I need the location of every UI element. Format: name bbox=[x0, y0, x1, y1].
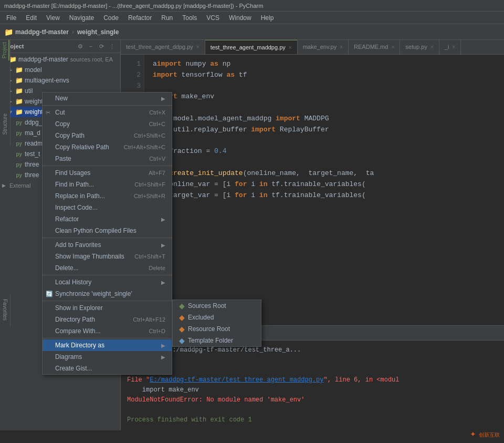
output-line-finish: Process finished with exit code 1 bbox=[127, 415, 498, 425]
tab-test-ddpg[interactable]: test_three_agent_ddpg.py × bbox=[121, 40, 205, 54]
ctx-mark-directory-arrow: ▶ bbox=[161, 343, 165, 348]
tab-close-readme[interactable]: × bbox=[391, 44, 394, 50]
menu-refactor[interactable]: Refactor bbox=[124, 13, 156, 23]
ctx-diagrams-arrow: ▶ bbox=[161, 354, 165, 360]
error-file-link[interactable]: E:/maddpg-tf-master/test_three_agent_mad… bbox=[150, 376, 323, 384]
tab-close-setup[interactable]: × bbox=[430, 44, 434, 50]
favorites-panel-tab[interactable]: Favorites bbox=[0, 294, 10, 326]
ctx-replace-in-path-label: Replace in Path... bbox=[55, 192, 105, 200]
side-project-icon[interactable]: Project bbox=[1, 40, 9, 60]
ctx-replace-in-path[interactable]: Replace in Path... Ctrl+Shift+R bbox=[43, 190, 172, 202]
sidebar-more-icon[interactable]: ⋮ bbox=[108, 42, 116, 50]
ctx-new-arrow: ▶ bbox=[161, 96, 165, 101]
ctx-find-in-path[interactable]: Find in Path... Ctrl+Shift+F bbox=[43, 179, 172, 190]
ctx-find-usages[interactable]: Find Usages Alt+F7 bbox=[43, 167, 172, 179]
sidebar-header: Project ⚙ − ⟳ ⋮ bbox=[0, 40, 120, 53]
code-editor[interactable]: 123456789 aimport numpy as np import ten… bbox=[121, 55, 504, 325]
tree-label-test-t: test_t bbox=[25, 150, 40, 158]
ctx-clean-python[interactable]: Clean Python Compiled Files bbox=[43, 225, 172, 236]
ctx-directory-path[interactable]: Directory Path Ctrl+Alt+F12 bbox=[43, 314, 172, 325]
ctx-add-favorites-arrow: ▶ bbox=[161, 242, 165, 248]
output-line-error-2: ModuleNotFoundError: No module named 'ma… bbox=[127, 395, 498, 405]
sidebar-sync-icon[interactable]: ⟳ bbox=[97, 42, 106, 50]
folder-weight-ma-icon: 📁 bbox=[15, 97, 23, 106]
submenu-resource-root[interactable]: ◆ Resource Root bbox=[173, 323, 261, 335]
tab-close-more[interactable]: × bbox=[452, 44, 455, 50]
watermark-icon: ✦ bbox=[470, 430, 476, 438]
ctx-local-history[interactable]: Local History ▶ bbox=[43, 276, 172, 288]
tab-label-more: _i bbox=[445, 44, 449, 50]
tree-label-ddpg: ddpg_ bbox=[25, 119, 42, 126]
breadcrumb-child[interactable]: weight_single bbox=[77, 28, 119, 36]
ctx-copy-shortcut: Ctrl+C bbox=[149, 121, 165, 127]
menu-code[interactable]: Code bbox=[99, 13, 123, 23]
ctx-new[interactable]: New ▶ bbox=[43, 92, 172, 104]
submenu-excluded[interactable]: ◆ Excluded bbox=[173, 312, 261, 323]
ctx-cut-shortcut: Ctrl+X bbox=[149, 109, 165, 116]
tab-readme[interactable]: README.md × bbox=[349, 40, 400, 54]
ctx-find-in-path-label: Find in Path... bbox=[55, 181, 94, 188]
menu-navigate[interactable]: Navigate bbox=[65, 13, 98, 23]
bottom-content: python.exe E:/maddpg-tf-master/test_thre… bbox=[121, 341, 504, 430]
ctx-mark-directory-label: Mark Directory as bbox=[55, 342, 104, 349]
menu-window[interactable]: Window bbox=[225, 13, 256, 23]
menu-tools[interactable]: Tools bbox=[178, 13, 201, 23]
cut-icon: ✂ bbox=[46, 109, 50, 116]
structure-label: Structure bbox=[2, 114, 8, 135]
breadcrumb-root[interactable]: maddpg-tf-master bbox=[15, 28, 69, 36]
ctx-create-gist[interactable]: Create Gist... bbox=[43, 363, 172, 374]
ctx-copy[interactable]: Copy Ctrl+C bbox=[43, 118, 172, 130]
ctx-paste[interactable]: Paste Ctrl+V bbox=[43, 153, 172, 164]
menu-edit[interactable]: Edit bbox=[22, 13, 41, 23]
ctx-add-favorites[interactable]: Add to Favorites ▶ bbox=[43, 239, 172, 251]
tab-label-make-env: make_env.py bbox=[303, 44, 337, 50]
tree-item-model[interactable]: ▶ 📁 model bbox=[0, 65, 120, 75]
tab-more[interactable]: _i × bbox=[439, 40, 461, 54]
ctx-copy-relative[interactable]: Copy Relative Path Ctrl+Alt+Shift+C bbox=[43, 141, 172, 153]
ctx-show-explorer[interactable]: Show in Explorer bbox=[43, 302, 172, 314]
submenu-sources-root[interactable]: ◆ Sources Root bbox=[173, 300, 261, 312]
py-test-t-icon: py bbox=[15, 150, 23, 158]
menu-run[interactable]: Run bbox=[157, 13, 177, 23]
menu-vcs[interactable]: VCS bbox=[202, 13, 224, 23]
ctx-sync[interactable]: 🔄 Synchronize 'weight_single' bbox=[43, 288, 172, 300]
ctx-directory-path-label: Directory Path bbox=[55, 316, 95, 323]
tab-close-ddpg[interactable]: × bbox=[196, 44, 200, 50]
ctx-diagrams[interactable]: Diagrams ▶ bbox=[43, 351, 172, 363]
tab-label-ddpg: test_three_agent_ddpg.py bbox=[126, 44, 193, 50]
tree-root[interactable]: ▼ 📁 maddpg-tf-master sources root, EA bbox=[0, 54, 120, 65]
tab-setup[interactable]: setup.py × bbox=[400, 40, 439, 54]
dot-sources-icon: ◆ bbox=[179, 302, 185, 310]
menu-view[interactable]: View bbox=[42, 13, 64, 23]
tree-label-three-1: three bbox=[25, 161, 39, 168]
tab-close-make-env[interactable]: × bbox=[340, 44, 343, 50]
tree-item-multiagent[interactable]: ▶ 📁 multiagent-envs bbox=[0, 75, 120, 86]
ctx-inspect-code[interactable]: Inspect Code... bbox=[43, 202, 172, 213]
tab-test-maddpg[interactable]: test_three_agent_maddpg.py × bbox=[205, 40, 298, 54]
sidebar-collapse-icon[interactable]: − bbox=[87, 42, 95, 50]
folder-model-icon: 📁 bbox=[15, 66, 23, 74]
code-content[interactable]: aimport numpy as np import tensorflow as… bbox=[144, 55, 504, 325]
ctx-show-thumbnails[interactable]: Show Image Thumbnails Ctrl+Shift+T bbox=[43, 251, 172, 262]
structure-panel-tab[interactable]: Structure bbox=[0, 103, 10, 145]
ctx-copy-path[interactable]: Copy Path Ctrl+Shift+C bbox=[43, 130, 172, 141]
menu-help[interactable]: Help bbox=[257, 13, 278, 23]
ctx-sep-3 bbox=[43, 238, 172, 238]
ctx-delete[interactable]: Delete... Delete bbox=[43, 262, 172, 274]
toolbar: 📁 maddpg-tf-master › weight_single bbox=[0, 24, 504, 40]
sidebar-settings-icon[interactable]: ⚙ bbox=[76, 42, 85, 50]
tab-make-env[interactable]: make_env.py × bbox=[298, 40, 349, 54]
py-ddpg-icon: py bbox=[15, 118, 23, 127]
menu-file[interactable]: File bbox=[2, 13, 20, 23]
submenu-template-folder[interactable]: ◆ Template Folder bbox=[173, 335, 261, 346]
ctx-refactor[interactable]: Refactor ▶ bbox=[43, 213, 172, 225]
tab-close-maddpg[interactable]: × bbox=[289, 45, 292, 50]
editor-area: test_three_agent_ddpg.py × test_three_ag… bbox=[121, 40, 504, 430]
ctx-compare-with[interactable]: Compare With... Ctrl+D bbox=[43, 325, 172, 337]
ctx-cut[interactable]: ✂ Cut Ctrl+X bbox=[43, 107, 172, 118]
tree-label-util: util bbox=[25, 87, 33, 95]
ctx-mark-directory[interactable]: Mark Directory as ▶ bbox=[43, 339, 172, 351]
ctx-find-usages-shortcut: Alt+F7 bbox=[149, 170, 165, 176]
tabs-bar: test_three_agent_ddpg.py × test_three_ag… bbox=[121, 40, 504, 55]
menu-bar: File Edit View Navigate Code Refactor Ru… bbox=[0, 12, 504, 24]
